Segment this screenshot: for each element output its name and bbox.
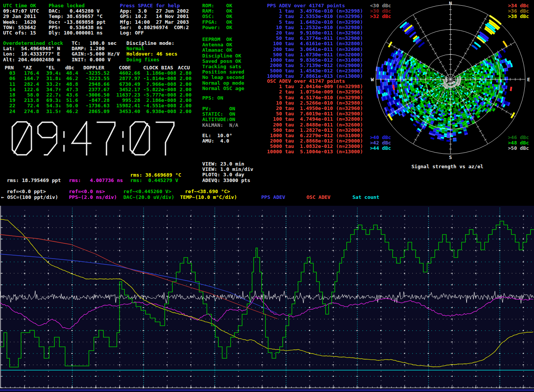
clock-digit	[156, 122, 174, 155]
text-line: Position saved	[202, 69, 244, 75]
sat-cell: -3006.50	[78, 92, 110, 98]
sat-cell: 14	[3, 87, 15, 92]
text-line: ref=<0.0 ns>	[69, 189, 105, 194]
text-line: 10000 tau 5.1004e-013 (n=13000)	[267, 149, 363, 154]
text-line: FPGA: OK	[202, 20, 232, 25]
sat-cell: 213.8	[15, 98, 39, 103]
sat-cell: 72.4	[15, 103, 39, 108]
text-line: 50 tau 7.6019e-011 (n=32900)	[267, 111, 363, 116]
text-line: Tracking sats	[202, 64, 244, 69]
panel-osc-adev: OSC ADEV over 41747 points 1 tau 2.0414e…	[267, 79, 363, 155]
text-line: VIEW: 23.0 min	[202, 161, 253, 167]
sat-cell: 6730.49	[110, 82, 140, 87]
sat-cell: ACCU	[176, 65, 192, 71]
sat-cell: 2.00	[176, 92, 192, 98]
sat-cell: 2877.97	[110, 76, 140, 81]
sat-cell: -4.551e-008	[140, 103, 176, 108]
panel-view-queue: VIEW: 23.0 minVIEW: 1.0 min/divPLOTQ: 3.…	[202, 161, 253, 183]
sat-cell: 50.0	[61, 103, 78, 108]
panel-eeprom-status: EEPROM OKAntenna OKAlmanac OKDiscipline …	[202, 37, 244, 91]
text-line: OSC ADEV	[306, 195, 331, 200]
sat-cell: 122.6	[15, 87, 39, 92]
text-line: 10 tau 1.2532e-010 (n=32980)	[267, 25, 363, 30]
text-line: ROM: OK	[202, 3, 232, 8]
text-line: rms: 0.445279 V	[130, 178, 178, 183]
panel-pps-state: PPS: ON	[202, 95, 223, 101]
text-line: 5000 tau 1.4543e-012 (n=23000)	[267, 68, 363, 74]
text-line: RAM: OK	[202, 8, 232, 14]
clock-digit	[12, 122, 31, 155]
sat-cell: 19	[3, 98, 15, 103]
sat-cell: 282.4	[15, 82, 39, 87]
clock-digit	[38, 122, 57, 155]
text-line: ref~<0.445260 V>	[123, 189, 171, 194]
text-line: Dly: 100.000001 ns	[49, 30, 106, 36]
panel-position: Overdetermined clockLat: 54.4964948° NLo…	[3, 41, 63, 62]
text-line: Lon: 18.4333777° E	[3, 51, 63, 57]
panel-scale-temp: TEMP~(10.0 m°C/div)	[180, 195, 237, 200]
text-line: 10 tau 2.5266e-010 (n=32980)	[267, 100, 363, 106]
sat-cell: 39.4↓	[39, 71, 61, 76]
panel-utc-time: UTC time OK09:47:07 UTC29 Jan 2011Week: …	[3, 3, 39, 36]
sat-cell: -5.777e-008	[140, 92, 176, 98]
text-line: Saved posn OK	[202, 59, 244, 64]
panel-pps-adev: PPS ADEV over 41747 points 1 tau 3.4976e…	[267, 3, 363, 79]
sat-table-row: 14122.634.7↑47.32377.673452.17-5.822e-00…	[3, 87, 192, 92]
text-line: EL: 10.0°	[202, 133, 232, 138]
sat-cell: 22.7↓	[39, 92, 61, 98]
panel-receiver-modes: PV: ONSTATIC: ONALTITUDE:ONKALMAN: N/A	[202, 106, 238, 128]
text-line: 2000 tau 2.8868e-012 (n=29000)	[267, 138, 363, 144]
text-line: Normal	[126, 46, 177, 51]
clock-digit	[97, 122, 115, 155]
text-line: Sat count	[352, 195, 379, 200]
sat-cell: 164.7	[15, 76, 39, 81]
text-line: PPS↑ 0.536438 ns	[49, 25, 106, 30]
sat-cell: 1.186e-008	[140, 71, 176, 76]
panel-label-sat-count: Sat count	[352, 195, 379, 200]
text-line: AMU: 4.0	[202, 138, 232, 144]
sat-cell: 6.938e-008	[140, 109, 176, 114]
polar-caption: Signal strength vs az/el	[411, 164, 483, 169]
text-line: 1 tau 2.0414e-009 (n=32998)	[267, 84, 363, 89]
sat-cell: 46.2	[61, 76, 78, 81]
text-line: Discipline mode:	[126, 41, 177, 46]
text-line: ← OSC=(100 ppt/div)	[1, 195, 58, 200]
sat-cell: 18	[3, 92, 15, 98]
sat-cell: 69.3↓	[39, 98, 61, 103]
text-line: 2000 tau 5.7139e-012 (n=29000)	[267, 63, 363, 68]
sat-cell: 24	[3, 109, 15, 114]
sat-table-header: PRN°AZ°ELdBcDOPPLERCODECLOCK BIASACCU	[3, 65, 192, 71]
sat-cell: 2.00	[176, 109, 192, 114]
sat-cell: °AZ	[15, 65, 39, 71]
sat-cell: 31.5↑	[39, 109, 61, 114]
panel-scale-osc: ← OSC=(100 ppt/div)	[1, 195, 58, 200]
sat-cell: °EL	[39, 65, 61, 71]
text-line: Almanac OK	[202, 48, 244, 53]
text-line: 100 tau 4.7494e-011 (n=32800)	[267, 116, 363, 122]
panel-self-test: ROM: OKRAM: OKOSC: OKFPGA: OKPower: OK	[202, 3, 232, 30]
sat-table-row: 03176.439.4↓48.4-3235.524602.661.186e-00…	[3, 71, 192, 76]
sat-cell: 2.186e-008	[140, 98, 176, 103]
text-line: PPS ADEV	[261, 195, 285, 200]
text-line: Power: OK	[202, 25, 232, 30]
sat-cell: 48.4	[61, 71, 78, 76]
text-line: 5 tau 1.6482e-010 (n=32990)	[267, 20, 363, 25]
text-line: Discipline OK	[202, 53, 244, 59]
text-line: Temp: 38.659657 °C	[49, 14, 106, 19]
text-line: TOW: 553642	[3, 25, 39, 30]
text-line: Press SPACE for help	[120, 3, 189, 8]
sat-cell: 3452.17	[110, 87, 140, 92]
strip-chart	[0, 206, 534, 392]
text-line: TC: 100.0 sec	[72, 41, 120, 46]
text-line: Normal op mode	[202, 80, 244, 86]
sat-table-row: 11282.433.2↑48.82948.666730.497.966e-008…	[3, 82, 192, 87]
text-line: DAC~(20.0 uV/div)	[123, 195, 174, 200]
panel-ref-dac: ref~<0.445260 V>	[123, 189, 171, 194]
digital-clock	[11, 120, 191, 156]
signal-blob	[472, 45, 477, 49]
lady-heather-gpsdo-screen: { "panels": [ {"id":"utc-time","x":8,"y"…	[0, 0, 534, 392]
text-line: Antenna OK	[202, 42, 244, 48]
text-line: OSC: OK	[202, 14, 232, 19]
sat-cell: 47.3	[61, 87, 78, 92]
sat-cell: -1736.63	[78, 103, 110, 108]
